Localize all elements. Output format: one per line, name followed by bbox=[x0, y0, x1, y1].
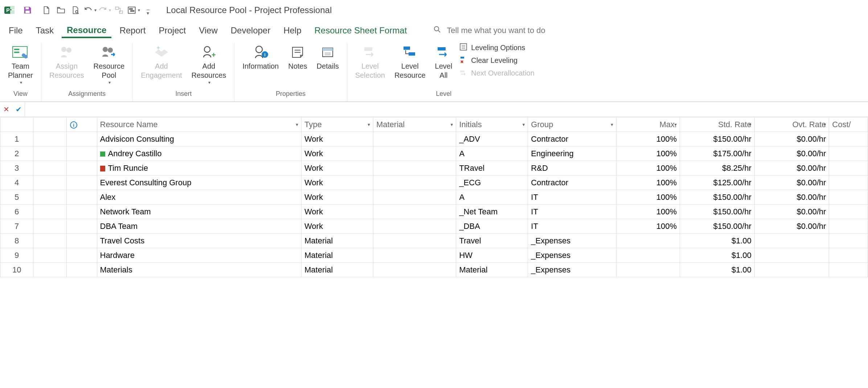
info-cell[interactable] bbox=[66, 263, 97, 277]
material-cell[interactable] bbox=[373, 219, 456, 234]
tab-task[interactable]: Task bbox=[31, 23, 59, 38]
resource-pool-button[interactable]: Resource Pool▾ bbox=[91, 43, 127, 85]
dropdown-icon[interactable]: ▼ bbox=[748, 122, 752, 127]
initials-cell[interactable]: _Net Team bbox=[456, 205, 528, 219]
col-resource-name[interactable]: Resource Name▼ bbox=[97, 117, 301, 132]
leveling-options-button[interactable]: Leveling Options bbox=[459, 43, 535, 53]
cost-cell[interactable] bbox=[829, 263, 868, 277]
indicator-cell[interactable] bbox=[33, 175, 66, 190]
cost-cell[interactable] bbox=[829, 175, 868, 190]
group-cell[interactable]: _Expenses bbox=[528, 248, 617, 263]
initials-cell[interactable]: Material bbox=[456, 263, 528, 277]
type-cell[interactable]: Work bbox=[301, 190, 373, 205]
indicator-cell[interactable] bbox=[33, 234, 66, 248]
row-number[interactable]: 4 bbox=[0, 175, 33, 190]
col-type[interactable]: Type▼ bbox=[301, 117, 373, 132]
indicator-header[interactable] bbox=[33, 117, 66, 132]
col-group[interactable]: Group▼ bbox=[528, 117, 617, 132]
initials-cell[interactable]: _ECG bbox=[456, 175, 528, 190]
name-cell[interactable]: Travel Costs bbox=[97, 234, 301, 248]
cost-cell[interactable] bbox=[829, 234, 868, 248]
row-number[interactable]: 2 bbox=[0, 146, 33, 161]
name-cell[interactable]: DBA Team bbox=[97, 219, 301, 234]
info-cell[interactable] bbox=[66, 146, 97, 161]
info-cell[interactable] bbox=[66, 132, 97, 146]
initials-cell[interactable]: TRavel bbox=[456, 161, 528, 175]
type-cell[interactable]: Work bbox=[301, 219, 373, 234]
info-cell[interactable] bbox=[66, 248, 97, 263]
group-cell[interactable]: Engineering bbox=[528, 146, 617, 161]
col-material[interactable]: Material▼ bbox=[373, 117, 456, 132]
ovt-rate-cell[interactable] bbox=[754, 263, 829, 277]
name-cell[interactable]: Tim Runcie bbox=[97, 161, 301, 175]
tab-developer[interactable]: Developer bbox=[226, 23, 275, 38]
col-initials[interactable]: Initials▼ bbox=[456, 117, 528, 132]
ovt-rate-cell[interactable] bbox=[754, 234, 829, 248]
table-row[interactable]: 3Tim RuncieWorkTRavelR&D100%$8.25/hr$0.0… bbox=[0, 161, 868, 175]
information-button[interactable]: i Information bbox=[240, 43, 281, 71]
indicator-cell[interactable] bbox=[33, 248, 66, 263]
info-cell[interactable] bbox=[66, 190, 97, 205]
info-cell[interactable] bbox=[66, 175, 97, 190]
indicator-cell[interactable] bbox=[33, 161, 66, 175]
max-cell[interactable] bbox=[617, 248, 680, 263]
initials-cell[interactable]: _DBA bbox=[456, 219, 528, 234]
open-file-button[interactable] bbox=[54, 3, 68, 17]
initials-cell[interactable]: A bbox=[456, 146, 528, 161]
table-row[interactable]: 9HardwareMaterialHW_Expenses$1.00 bbox=[0, 248, 868, 263]
table-row[interactable]: 1Advisicon ConsultingWork_ADVContractor1… bbox=[0, 132, 868, 146]
group-cell[interactable]: _Expenses bbox=[528, 234, 617, 248]
cost-cell[interactable] bbox=[829, 190, 868, 205]
initials-cell[interactable]: A bbox=[456, 190, 528, 205]
col-std-rate[interactable]: Std. Rate▼ bbox=[680, 117, 755, 132]
table-row[interactable]: 6Network TeamWork_Net TeamIT100%$150.00/… bbox=[0, 205, 868, 219]
material-cell[interactable] bbox=[373, 263, 456, 277]
gantt-button[interactable]: ▾ bbox=[126, 3, 141, 17]
row-number[interactable]: 10 bbox=[0, 263, 33, 277]
std-rate-cell[interactable]: $1.00 bbox=[680, 234, 755, 248]
max-cell[interactable]: 100% bbox=[617, 175, 680, 190]
rownum-header[interactable] bbox=[0, 117, 33, 132]
print-preview-button[interactable] bbox=[68, 3, 83, 17]
table-row[interactable]: 10MaterialsMaterialMaterial_Expenses$1.0… bbox=[0, 263, 868, 277]
resource-sheet[interactable]: i Resource Name▼ Type▼ Material▼ Initial… bbox=[0, 117, 868, 277]
name-cell[interactable]: Everest Consulting Group bbox=[97, 175, 301, 190]
team-planner-button[interactable]: Team Planner▾ bbox=[6, 43, 35, 85]
max-cell[interactable]: 100% bbox=[617, 132, 680, 146]
info-cell[interactable] bbox=[66, 161, 97, 175]
initials-cell[interactable]: Travel bbox=[456, 234, 528, 248]
material-cell[interactable] bbox=[373, 161, 456, 175]
entry-input[interactable] bbox=[25, 102, 868, 117]
row-number[interactable]: 6 bbox=[0, 205, 33, 219]
name-cell[interactable]: Alex bbox=[97, 190, 301, 205]
info-header[interactable]: i bbox=[66, 117, 97, 132]
std-rate-cell[interactable]: $1.00 bbox=[680, 248, 755, 263]
material-cell[interactable] bbox=[373, 146, 456, 161]
cost-cell[interactable] bbox=[829, 219, 868, 234]
add-resources-button[interactable]: + Add Resources▾ bbox=[189, 43, 229, 85]
new-file-button[interactable] bbox=[39, 3, 54, 17]
col-cost[interactable]: Cost/ bbox=[829, 117, 868, 132]
initials-cell[interactable]: HW bbox=[456, 248, 528, 263]
dropdown-icon[interactable]: ▼ bbox=[673, 122, 677, 127]
indicator-cell[interactable] bbox=[33, 219, 66, 234]
max-cell[interactable]: 100% bbox=[617, 219, 680, 234]
row-number[interactable]: 8 bbox=[0, 234, 33, 248]
level-resource-button[interactable]: Level Resource bbox=[392, 43, 428, 80]
save-button[interactable] bbox=[20, 3, 35, 17]
tab-resource-sheet-format[interactable]: Resource Sheet Format bbox=[310, 23, 412, 38]
material-cell[interactable] bbox=[373, 190, 456, 205]
type-cell[interactable]: Material bbox=[301, 234, 373, 248]
clear-leveling-button[interactable]: Clear Leveling bbox=[459, 56, 535, 65]
tab-project[interactable]: Project bbox=[153, 23, 191, 38]
tab-help[interactable]: Help bbox=[278, 23, 306, 38]
max-cell[interactable] bbox=[617, 263, 680, 277]
group-cell[interactable]: _Expenses bbox=[528, 263, 617, 277]
ovt-rate-cell[interactable]: $0.00/hr bbox=[754, 161, 829, 175]
indicator-cell[interactable] bbox=[33, 190, 66, 205]
info-cell[interactable] bbox=[66, 234, 97, 248]
name-cell[interactable]: Hardware bbox=[97, 248, 301, 263]
table-row[interactable]: 7DBA TeamWork_DBAIT100%$150.00/hr$0.00/h… bbox=[0, 219, 868, 234]
col-ovt-rate[interactable]: Ovt. Rate▼ bbox=[754, 117, 829, 132]
indicator-cell[interactable] bbox=[33, 132, 66, 146]
